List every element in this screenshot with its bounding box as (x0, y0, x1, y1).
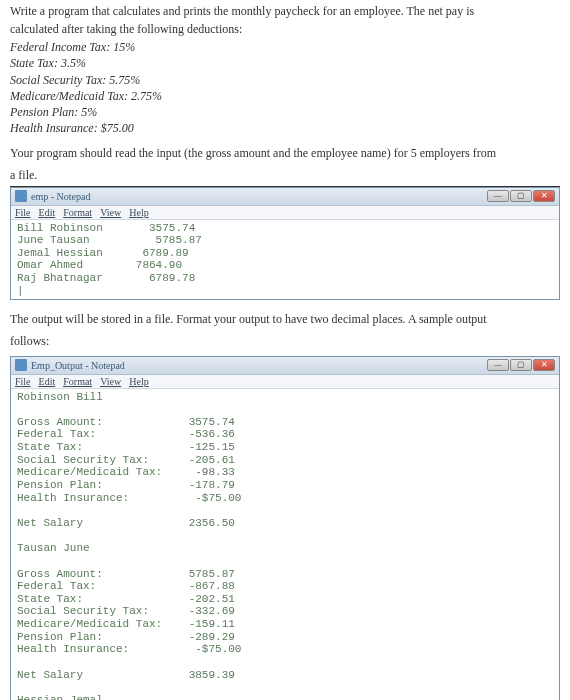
instruction-read-input-a: Your program should read the input (the … (10, 146, 560, 162)
menu-edit[interactable]: Edit (39, 207, 56, 218)
intro-line-2: calculated after taking the following de… (10, 22, 560, 38)
deduction-state: State Tax: 3.5% (10, 55, 560, 71)
titlebar[interactable]: emp - Notepad — ▢ ✕ (11, 188, 559, 206)
deduction-medicare: Medicare/Medicaid Tax: 2.75% (10, 88, 560, 104)
menu-format[interactable]: Format (63, 376, 92, 387)
menu-help[interactable]: Help (129, 207, 148, 218)
intro-line-1: Write a program that calculates and prin… (10, 4, 560, 20)
instruction-output-b: follows: (10, 334, 560, 350)
maximize-button[interactable]: ▢ (510, 190, 532, 202)
deduction-list: Federal Income Tax: 15% State Tax: 3.5% … (10, 39, 560, 136)
close-button[interactable]: ✕ (533, 190, 555, 202)
instruction-output-a: The output will be stored in a file. For… (10, 312, 560, 328)
notepad-icon (15, 359, 27, 371)
menubar: File Edit Format View Help (11, 206, 559, 220)
notepad-content[interactable]: Robinson Bill Gross Amount: 3575.74 Fede… (11, 389, 559, 700)
menu-edit[interactable]: Edit (39, 376, 56, 387)
deduction-health: Health Insurance: $75.00 (10, 120, 560, 136)
notepad-icon (15, 190, 27, 202)
window-controls: — ▢ ✕ (487, 190, 555, 202)
titlebar[interactable]: Emp_Output - Notepad — ▢ ✕ (11, 357, 559, 375)
deduction-federal: Federal Income Tax: 15% (10, 39, 560, 55)
close-button[interactable]: ✕ (533, 359, 555, 371)
window-controls: — ▢ ✕ (487, 359, 555, 371)
notepad-content[interactable]: Bill Robinson 3575.74 June Tausan 5785.8… (11, 220, 559, 300)
minimize-button[interactable]: — (487, 190, 509, 202)
window-title: Emp_Output - Notepad (31, 360, 487, 371)
maximize-button[interactable]: ▢ (510, 359, 532, 371)
menu-file[interactable]: File (15, 376, 31, 387)
minimize-button[interactable]: — (487, 359, 509, 371)
notepad-input-window: emp - Notepad — ▢ ✕ File Edit Format Vie… (10, 187, 560, 301)
menu-view[interactable]: View (100, 207, 121, 218)
menu-file[interactable]: File (15, 207, 31, 218)
deduction-pension: Pension Plan: 5% (10, 104, 560, 120)
window-title: emp - Notepad (31, 191, 487, 202)
menubar: File Edit Format View Help (11, 375, 559, 389)
instruction-read-input-b: a file. (10, 168, 560, 187)
deduction-ss: Social Security Tax: 5.75% (10, 72, 560, 88)
menu-format[interactable]: Format (63, 207, 92, 218)
menu-view[interactable]: View (100, 376, 121, 387)
menu-help[interactable]: Help (129, 376, 148, 387)
notepad-output-window: Emp_Output - Notepad — ▢ ✕ File Edit For… (10, 356, 560, 700)
